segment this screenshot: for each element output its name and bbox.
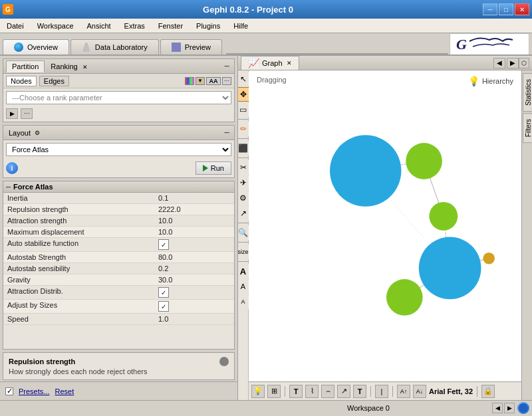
tab-preview-label: Preview [185,43,211,51]
window-controls: ─ □ ✕ [483,3,532,15]
graph-next-button[interactable]: ▶ [507,58,519,68]
graph-toolbar: ↖ ✥ ▭ ✏ ⬛ ✂ ✈ ⚙ ↗ 🔍 size A A A [238,70,249,400]
param-value[interactable]: ✓ [154,300,234,313]
apply-button-1[interactable]: ▶ [6,108,18,119]
graph-panel-header: 📈 Graph ✕ ◀ ▶ ⬡ [238,56,532,70]
ranking-close-icon[interactable]: ✕ [82,64,88,70]
bottom-lasso-button[interactable]: ⌇ [305,385,319,398]
layout-algorithm-select[interactable]: Force Atlas [6,143,231,156]
graph-expand-button[interactable]: ⬡ [519,58,529,68]
param-value: 30.0 [154,274,234,285]
graph-node-4[interactable] [419,237,481,300]
graph-node-1[interactable] [330,135,401,206]
param-row: Inertia0.1 [3,193,234,204]
bottom-bulb-button[interactable]: 💡 [251,385,265,398]
param-row: Auto stabilize function✓ [3,238,234,252]
bottom-label-button[interactable]: T [353,385,366,398]
maximize-button[interactable]: □ [499,3,513,15]
forceatlas-collapse-icon[interactable]: ─ [6,183,11,191]
param-value: 2222.0 [154,204,234,215]
workspace-prev-button[interactable]: ◀ [492,403,503,413]
graph-node-5[interactable] [483,253,495,264]
toolbar-cut-btn[interactable]: ✂ [238,160,250,175]
aa-icon: AA [206,77,221,85]
edges-button[interactable]: Edges [39,76,69,86]
partition-panel-minimize[interactable]: ─ [222,62,231,70]
param-checkbox[interactable]: ✓ [158,301,169,312]
toolbar-drag-btn[interactable]: ✥ [238,87,250,102]
graph-tab-close-icon[interactable]: ✕ [287,60,292,66]
toolbar-zoom-area-btn[interactable]: ⬛ [238,141,250,156]
toolbar-settings-btn[interactable]: ⚙ [238,191,250,205]
toolbar-text-a1-btn[interactable]: A [238,264,250,278]
presets-button[interactable]: Presets... [19,387,49,395]
menu-workspace[interactable]: Workspace [33,21,78,31]
tab-partition[interactable]: Partition [6,60,45,72]
param-checkbox[interactable]: ✓ [158,239,169,250]
param-value[interactable]: ✓ [154,286,234,299]
bottom-pipe-button[interactable]: | [375,385,388,398]
close-button[interactable]: ✕ [515,3,529,15]
bottom-text-button[interactable]: T [289,385,303,398]
graph-node-6[interactable] [386,279,423,316]
sidebar-tab-statistics[interactable]: Statistics [523,73,532,112]
param-value[interactable]: ✓ [154,238,234,251]
reset-button[interactable]: Reset [55,387,74,395]
workspace-nav: ◀ ▶ [492,403,515,413]
window-title: Gephi 0.8.2 - Project 0 [13,5,483,15]
toolbar-link-btn[interactable]: ↗ [238,206,250,221]
run-button[interactable]: Run [196,161,231,175]
bottom-arrow-button[interactable]: ↗ [337,385,350,398]
param-value: 10.0 [154,227,234,237]
nodes-edges-bar: Nodes Edges ▼ AA ⋯ [3,74,234,88]
presets-checkbox[interactable]: ✓ [5,387,13,395]
repulsion-description: How strongly does each node reject other… [9,367,229,375]
layout-panel-minimize[interactable]: ─ [222,129,231,136]
toolbar-select-btn[interactable]: ▭ [238,102,250,117]
bottom-curve-button[interactable]: ⌢ [321,385,334,398]
param-row: Repulsion strength2222.0 [3,204,234,215]
bottom-grid-button[interactable]: ⊞ [267,385,281,398]
toolbar-paint-btn[interactable]: ✏ [238,122,250,136]
menu-extras[interactable]: Extras [120,21,149,31]
param-row: Gravity30.0 [3,274,234,286]
rank-parameter-select[interactable]: ---Choose a rank parameter [6,91,231,104]
menu-plugins[interactable]: Plugins [192,21,224,31]
menu-fenster[interactable]: Fenster [154,21,187,31]
bottom-lock-button[interactable]: 🔒 [481,385,495,398]
layout-dropdown-row: Force Atlas [3,140,234,159]
minimize-button[interactable]: ─ [483,3,497,15]
toolbar-text-a3-btn[interactable]: A [238,294,250,309]
bottom-font-size-up-button[interactable]: A↑ [397,385,410,398]
toolbar-pointer-btn[interactable]: ↖ [238,72,250,86]
tab-data-laboratory[interactable]: Data Laboratory [70,39,159,54]
tab-overview[interactable]: Overview [3,39,69,54]
graph-node-3[interactable] [429,202,458,231]
graph-with-toolbar: ↖ ✥ ▭ ✏ ⬛ ✂ ✈ ⚙ ↗ 🔍 size A A A [238,70,532,400]
param-checkbox[interactable]: ✓ [158,287,169,298]
tab-ranking[interactable]: Ranking ✕ [45,60,93,72]
menu-ansicht[interactable]: Ansicht [83,21,115,31]
menu-hilfe[interactable]: Hilfe [229,21,252,31]
toolbar-text-a2-btn[interactable]: A [238,279,250,294]
graph-canvas[interactable]: Dragging 💡 Hierarchy [249,70,521,381]
param-label: Speed [3,314,154,324]
titlebar: G Gephi 0.8.2 - Project 0 ─ □ ✕ [0,0,532,19]
toolbar-move-btn[interactable]: ✈ [238,175,250,190]
toolbar-size-label: size [238,245,250,259]
sidebar-tab-filters[interactable]: Filters [523,113,532,143]
workspace-next-button[interactable]: ▶ [504,403,515,413]
graph-prev-button[interactable]: ◀ [493,58,505,68]
graph-node-2[interactable] [406,143,442,179]
bottom-sep-3 [392,386,393,397]
tab-graph[interactable]: 📈 Graph ✕ [241,56,299,70]
param-row: Adjust by Sizes✓ [3,300,234,314]
nodes-button[interactable]: Nodes [6,76,37,86]
param-value: 1.0 [154,314,234,324]
apply-button-2[interactable]: ⋯ [21,108,33,119]
tab-preview[interactable]: Preview [160,39,222,54]
app-icon: G [0,0,13,19]
menu-datei[interactable]: Datei [3,21,28,31]
bottom-font-size-down-button[interactable]: A↓ [413,385,426,398]
toolbar-zoom-btn[interactable]: 🔍 [238,225,250,240]
